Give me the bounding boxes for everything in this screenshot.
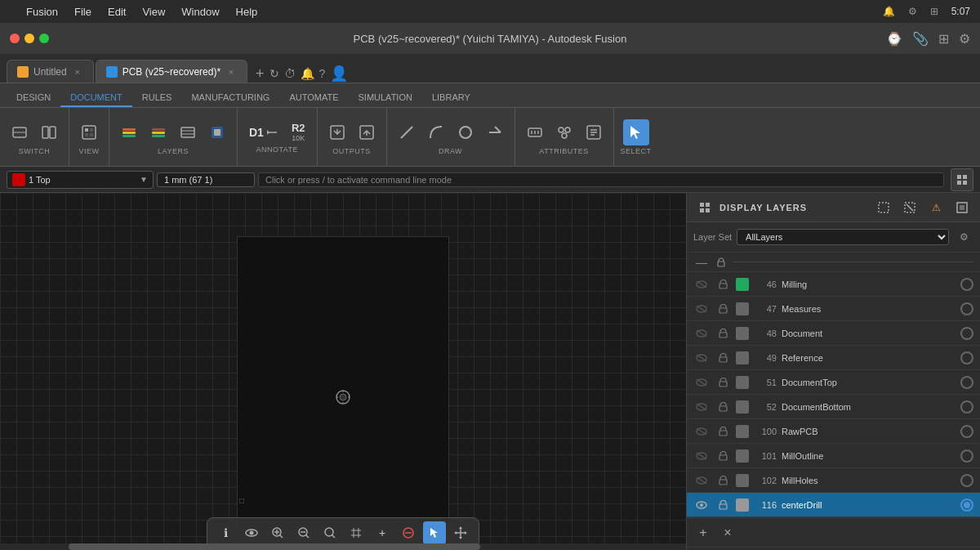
eye-button[interactable] [240,521,263,544]
minimize-button[interactable] [24,34,34,43]
layer-radio-49[interactable] [960,351,973,364]
view-menu[interactable]: View [142,6,165,18]
warning-btn[interactable]: ⚠ [924,196,947,219]
fusion-menu[interactable]: Fusion [26,6,58,18]
layer-visibility-101[interactable] [693,448,710,464]
tab-simulation[interactable]: SIMULATION [349,89,422,107]
add-button[interactable]: + [371,521,394,544]
layer-radio-47[interactable] [960,302,973,315]
d1-button[interactable]: D1 [244,124,283,141]
layer-row-51[interactable]: 51 DocumentTop [687,370,980,395]
layer-set-select[interactable]: AllLayers [737,229,949,245]
layer-lock-116[interactable] [715,497,731,513]
outputs-btn-1[interactable] [324,119,350,145]
display-layers-grid-btn[interactable] [951,168,973,191]
sync-button[interactable]: ↻ [270,67,279,80]
tab-close-untitled[interactable]: × [72,66,83,78]
info-button[interactable]: ℹ [214,521,237,544]
draw-btn-4[interactable] [482,119,508,145]
layer-row-100[interactable]: 100 RawPCB [687,419,980,444]
layer-radio-102[interactable] [960,474,973,487]
layer-row-46[interactable]: 46 Milling [687,272,980,297]
deselect-btn[interactable] [898,196,921,219]
layer-radio-52[interactable] [960,400,973,414]
tab-manufacturing[interactable]: MANUFACTURING [181,89,279,107]
toolbar-icon-3[interactable]: ⊞ [938,31,949,47]
panel-more-btn[interactable] [951,196,973,219]
toolbar-icon-2[interactable]: 📎 [912,31,929,47]
layer-lock-101[interactable] [715,448,731,464]
layer-radio-101[interactable] [960,449,973,463]
r2-button[interactable]: R2 10K [287,120,310,144]
add-tab-button[interactable]: + [256,65,265,83]
layer-radio-48[interactable] [960,327,973,340]
layer-lock-48[interactable] [715,325,731,342]
zoom-out-button[interactable] [292,521,315,544]
attributes-btn-1[interactable] [522,119,548,145]
layer-radio-116[interactable] [960,499,973,512]
tab-library[interactable]: LIBRARY [422,89,480,107]
close-button[interactable] [10,34,20,43]
layer-row-47[interactable]: 47 Measures [687,297,980,321]
outputs-btn-2[interactable] [354,119,380,145]
layer-lock-102[interactable] [715,472,731,489]
draw-btn-1[interactable] [394,119,420,145]
layers-btn-4[interactable] [204,119,230,145]
tab-automate[interactable]: AUTOMATE [279,89,348,107]
canvas-area[interactable]: □ ℹ + [0,193,686,550]
stop-button[interactable] [397,521,420,544]
pan-button[interactable] [449,521,472,544]
file-menu[interactable]: File [74,6,91,18]
tab-rules[interactable]: RULES [132,89,182,107]
layer-row-101[interactable]: 101 MillOutline [687,444,980,468]
select-all-btn[interactable] [872,196,895,219]
attributes-btn-3[interactable] [581,119,607,145]
window-menu[interactable]: Window [181,6,219,18]
layer-row-116[interactable]: 116 centerDrill [687,493,980,517]
switch-btn-1[interactable] [7,119,33,145]
layer-lock-46[interactable] [715,276,731,293]
layer-visibility-46[interactable] [693,276,710,293]
layer-row-49[interactable]: 49 Reference [687,346,980,370]
layer-row-48[interactable]: 48 Document [687,321,980,346]
fit-button[interactable] [318,521,341,544]
fullscreen-button[interactable] [39,34,49,43]
grid-toggle-button[interactable] [345,521,368,544]
bell-icon[interactable]: 🔔 [301,67,314,80]
layer-row-52[interactable]: 52 DocumentBottom [687,395,980,419]
layer-visibility-49[interactable] [693,350,710,366]
clock-icon[interactable]: ⏱ [284,67,296,80]
view-btn-1[interactable] [76,119,102,145]
canvas-scrollbar-h[interactable] [0,543,686,550]
draw-btn-3[interactable] [452,119,479,145]
layer-lock-100[interactable] [715,423,731,440]
layer-radio-100[interactable] [960,425,973,438]
collapse-btn[interactable]: — [693,254,710,271]
tab-document[interactable]: DOCUMENT [60,89,132,107]
draw-btn-2[interactable] [423,119,449,145]
layer-lock-51[interactable] [715,374,731,391]
tab-design[interactable]: DESIGN [7,89,60,107]
edit-menu[interactable]: Edit [108,6,126,18]
settings-icon[interactable]: ⚙ [908,6,917,17]
layer-visibility-116[interactable] [693,497,710,513]
toolbar-icon-4[interactable]: ⚙ [959,31,970,47]
help-icon[interactable]: ? [319,67,326,80]
lock-divider-btn[interactable] [713,254,729,271]
layers-btn-3[interactable] [175,119,201,145]
layer-set-gear[interactable]: ⚙ [954,227,973,247]
layers-btn-1[interactable] [116,119,142,145]
layer-visibility-47[interactable] [693,301,710,317]
traffic-lights[interactable] [10,34,49,43]
layer-radio-46[interactable] [960,278,973,291]
tab-untitled[interactable]: Untitled × [7,60,94,83]
tab-pcb[interactable]: PCB (v25~recovered)* × [96,60,247,83]
user-icon[interactable]: 👤 [330,65,348,83]
notification-icon[interactable]: 🔔 [883,6,895,17]
toolbar-icon-1[interactable]: ⌚ [886,31,902,47]
dimension-input[interactable]: 1 mm (67 1) [157,172,255,187]
layer-visibility-102[interactable] [693,472,710,489]
remove-layer-button[interactable]: × [718,523,737,543]
panel-grid-btn[interactable] [693,196,716,219]
zoom-in-button[interactable] [266,521,289,544]
